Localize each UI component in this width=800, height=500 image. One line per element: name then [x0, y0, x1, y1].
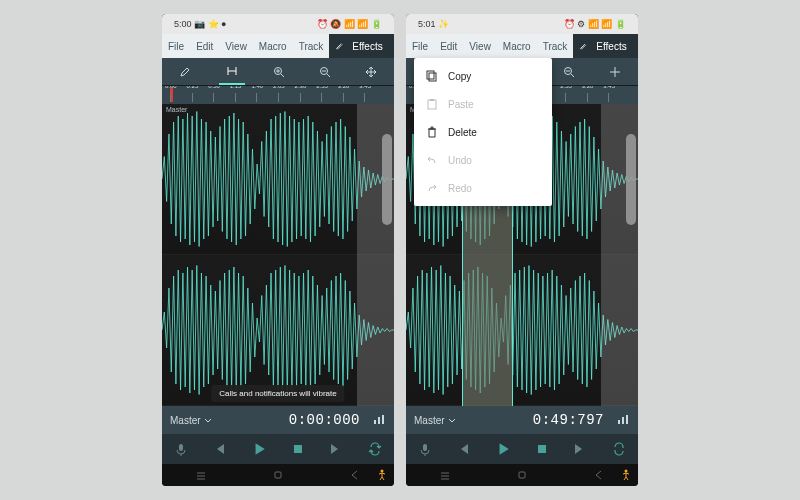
svg-rect-8 — [423, 444, 427, 451]
chevron-down-icon — [204, 416, 212, 424]
menu-edit[interactable]: Edit — [434, 34, 463, 58]
mic-icon[interactable] — [174, 442, 188, 456]
loop-icon[interactable] — [368, 442, 382, 456]
svg-point-11 — [625, 470, 628, 473]
track-selector[interactable]: Master — [414, 415, 456, 426]
clock: 5:01 — [418, 19, 436, 29]
nav-accessibility-icon[interactable] — [376, 469, 388, 481]
bottom-bar: Master 0:49:797 — [406, 406, 638, 434]
ctx-copy[interactable]: Copy — [414, 62, 552, 90]
track-selector[interactable]: Master — [170, 415, 212, 426]
status-bar: 5:01 ✨ ⏰ ⚙ 📶 📶 🔋 — [406, 14, 638, 34]
android-nav-bar — [406, 464, 638, 486]
svg-rect-15 — [430, 99, 434, 101]
transport-bar — [406, 434, 638, 464]
clock: 5:00 — [174, 19, 192, 29]
ctx-paste[interactable]: Paste — [414, 90, 552, 118]
menu-track[interactable]: Track — [537, 34, 574, 58]
status-icons-left: ✨ — [438, 19, 449, 29]
scroll-thumb[interactable] — [626, 134, 636, 225]
menu-bar: File Edit View Macro Track Effects — [406, 34, 638, 58]
svg-rect-4 — [275, 472, 281, 478]
delete-icon — [426, 126, 438, 138]
skip-back-icon[interactable] — [212, 442, 226, 456]
track-label: Master — [166, 106, 187, 113]
stop-icon[interactable] — [291, 442, 305, 456]
menu-effects[interactable]: Effects — [329, 34, 394, 58]
menu-macro[interactable]: Macro — [497, 34, 537, 58]
menu-track[interactable]: Track — [293, 34, 330, 58]
chevron-down-icon — [448, 416, 456, 424]
move-tool-icon[interactable] — [603, 58, 627, 85]
nav-recent-icon[interactable] — [439, 469, 451, 481]
menu-effects[interactable]: Effects — [573, 34, 638, 58]
nav-recent-icon[interactable] — [195, 469, 207, 481]
status-icons-left: 📷 ⭐ ● — [194, 19, 226, 29]
svg-rect-13 — [427, 71, 434, 79]
nav-home-icon[interactable] — [516, 469, 528, 481]
nav-back-icon[interactable] — [349, 469, 361, 481]
svg-rect-14 — [428, 100, 436, 109]
svg-rect-3 — [294, 445, 302, 453]
play-icon[interactable] — [251, 441, 267, 457]
menu-view[interactable]: View — [463, 34, 497, 58]
vibrate-toast: Calls and notifications will vibrate — [211, 385, 344, 402]
paste-icon — [426, 98, 438, 110]
context-menu: Copy Paste Delete Undo Redo — [414, 58, 552, 206]
svg-point-5 — [381, 470, 384, 473]
nav-home-icon[interactable] — [272, 469, 284, 481]
skip-back-icon[interactable] — [456, 442, 470, 456]
selection-tool-icon[interactable] — [219, 58, 245, 85]
timeline-ruler[interactable]: 0:00 0:25 0:50 1:15 1:40 2:05 2:30 2:55 … — [162, 86, 394, 104]
svg-rect-10 — [519, 472, 525, 478]
mic-icon[interactable] — [418, 442, 432, 456]
move-tool-icon[interactable] — [359, 58, 383, 85]
menu-macro[interactable]: Macro — [253, 34, 293, 58]
play-icon[interactable] — [495, 441, 511, 457]
phone-left: 5:00 📷 ⭐ ● ⏰ 🔕 📶 📶 🔋 File Edit View Macr… — [162, 14, 394, 486]
copy-icon — [426, 70, 438, 82]
svg-rect-12 — [429, 73, 436, 81]
zoom-in-icon[interactable] — [267, 58, 291, 85]
status-bar: 5:00 📷 ⭐ ● ⏰ 🔕 📶 📶 🔋 — [162, 14, 394, 34]
ctx-redo[interactable]: Redo — [414, 174, 552, 202]
redo-icon — [426, 182, 438, 194]
time-display: 0:00:000 — [289, 412, 360, 428]
chart-icon[interactable] — [616, 413, 630, 427]
loop-icon[interactable] — [612, 442, 626, 456]
android-nav-bar — [162, 464, 394, 486]
status-icons-right: ⏰ 🔕 📶 📶 🔋 — [317, 19, 382, 29]
zoom-out-icon[interactable] — [557, 58, 581, 85]
undo-icon — [426, 154, 438, 166]
svg-rect-2 — [179, 444, 183, 451]
status-icons-right: ⏰ ⚙ 📶 📶 🔋 — [564, 19, 626, 29]
ctx-undo[interactable]: Undo — [414, 146, 552, 174]
transport-bar — [162, 434, 394, 464]
zoom-out-icon[interactable] — [313, 58, 337, 85]
menu-edit[interactable]: Edit — [190, 34, 219, 58]
nav-accessibility-icon[interactable] — [620, 469, 632, 481]
svg-rect-9 — [538, 445, 546, 453]
skip-forward-icon[interactable] — [329, 442, 343, 456]
chart-icon[interactable] — [372, 413, 386, 427]
phone-right: 5:01 ✨ ⏰ ⚙ 📶 📶 🔋 File Edit View Macro Tr… — [406, 14, 638, 486]
stop-icon[interactable] — [535, 442, 549, 456]
nav-back-icon[interactable] — [593, 469, 605, 481]
menu-bar: File Edit View Macro Track Effects — [162, 34, 394, 58]
bottom-bar: Master 0:00:000 — [162, 406, 394, 434]
scroll-thumb[interactable] — [382, 134, 392, 225]
time-display: 0:49:797 — [533, 412, 604, 428]
skip-forward-icon[interactable] — [573, 442, 587, 456]
menu-view[interactable]: View — [219, 34, 253, 58]
ctx-delete[interactable]: Delete — [414, 118, 552, 146]
track-area[interactable]: Master Calls and notifications will vibr… — [162, 104, 394, 406]
menu-file[interactable]: File — [406, 34, 434, 58]
pencil-tool-icon[interactable] — [173, 58, 197, 85]
tool-bar — [162, 58, 394, 86]
menu-file[interactable]: File — [162, 34, 190, 58]
